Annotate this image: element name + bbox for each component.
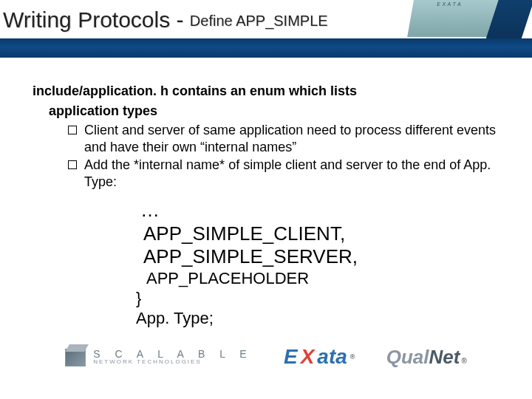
exata-ata: ata [317,345,347,369]
exata-reg: ® [350,353,355,361]
slide-title: Writing Protocols - Define APP_SIMPLE [3,7,328,33]
slide-content: include/application. h contains an enum … [0,58,532,329]
bullet-item: Client and server of same application ne… [68,122,499,155]
heading-line1: include/application. h contains an enum … [33,83,499,100]
enum-block: … APP_SIMPLE_CLIENT, APP_SIMPLE_SERVER, … [33,199,499,329]
qualnet-qual: Qual [386,346,429,369]
exata-logo: EXata® [284,345,355,369]
exata-e: E [284,345,298,369]
exata-x: X [301,345,315,369]
enum-dots: … [136,199,499,222]
title-bar: E X A T A QualNet® Writing Protocols - D… [0,0,532,58]
enum-line: } [136,289,499,309]
scalable-tagline: NETWORK TECHNOLOGIES [93,359,252,365]
qualnet-net: Net [429,346,460,369]
qualnet-logo: QualNet® [386,346,467,369]
title-main: Writing Protocols - [3,7,190,32]
bullet-item: Add the *internal name* of simple client… [68,157,499,190]
cube-icon [65,344,87,369]
enum-line: APP_PLACEHOLDER [136,269,499,289]
enum-line: App. Type; [136,309,499,329]
qualnet-reg: ® [460,357,466,365]
footer: S C A L A B L E NETWORK TECHNOLOGIES EXa… [0,344,532,389]
title-sub: Define APP_SIMPLE [190,13,328,29]
scalable-name: S C A L A B L E [93,349,252,359]
scalable-logo: S C A L A B L E NETWORK TECHNOLOGIES [65,344,252,369]
enum-line: APP_SIMPLE_CLIENT, [136,222,499,246]
corner-tag: E X A T A [437,1,461,7]
enum-line: APP_SIMPLE_SERVER, [136,245,499,269]
corner-art: E X A T A QualNet® [414,0,525,58]
bullet-list: Client and server of same application ne… [33,122,499,190]
heading-line2: application types [33,103,499,120]
corner-brand: QualNet® [490,47,520,55]
